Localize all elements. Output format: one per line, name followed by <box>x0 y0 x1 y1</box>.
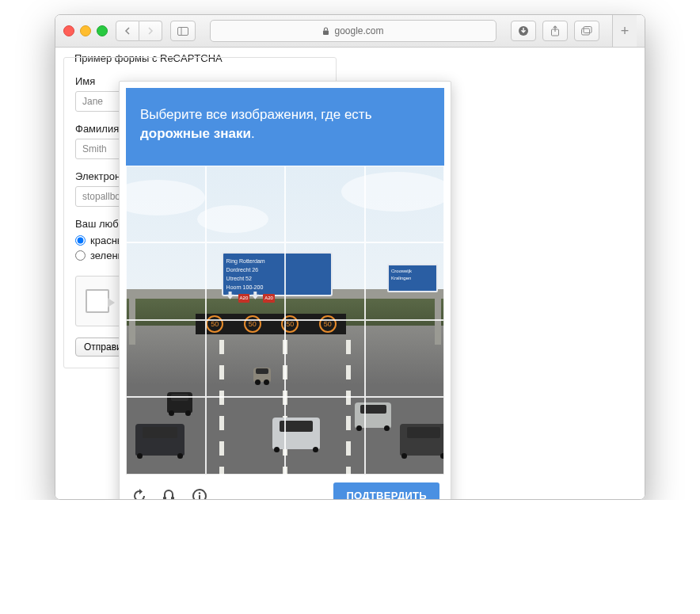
recaptcha-checkbox-icon <box>86 289 109 313</box>
captcha-instruction-suffix: . <box>251 126 255 141</box>
svg-rect-7 <box>163 497 166 500</box>
audio-icon[interactable] <box>161 487 178 500</box>
safari-window: google.com + Пример формы с ReCAPTCHA Им… <box>55 14 645 500</box>
captcha-tile[interactable] <box>206 166 286 243</box>
new-tab-button[interactable]: + <box>612 15 637 47</box>
svg-rect-11 <box>199 495 200 500</box>
captcha-tile[interactable] <box>285 242 365 320</box>
captcha-tile[interactable] <box>126 166 206 243</box>
svg-rect-8 <box>171 497 174 500</box>
forward-button[interactable] <box>139 21 162 41</box>
captcha-tile[interactable] <box>126 242 206 320</box>
captcha-tile[interactable] <box>365 166 445 243</box>
captcha-grid <box>126 166 444 475</box>
captcha-tile[interactable] <box>206 320 286 398</box>
svg-point-10 <box>199 492 201 494</box>
captcha-tile[interactable] <box>365 320 445 398</box>
captcha-tile[interactable] <box>285 397 365 475</box>
zoom-window-button[interactable] <box>97 25 108 36</box>
captcha-tile[interactable] <box>365 397 445 475</box>
toolbar-right <box>511 21 599 41</box>
recaptcha-challenge: Выберите все изображения, где есть дорож… <box>119 81 451 500</box>
window-controls <box>63 25 108 36</box>
svg-rect-5 <box>582 29 590 35</box>
close-window-button[interactable] <box>63 25 74 36</box>
confirm-button[interactable]: ПОДТВЕРДИТЬ <box>333 482 439 500</box>
address-bar[interactable]: google.com <box>210 20 496 42</box>
color-green-radio[interactable] <box>75 250 86 261</box>
captcha-tile[interactable] <box>206 397 286 475</box>
captcha-instruction-prefix: Выберите все изображения, где есть <box>140 107 372 122</box>
captcha-instruction: Выберите все изображения, где есть дорож… <box>126 88 444 166</box>
nav-group <box>116 21 162 41</box>
captcha-tile[interactable] <box>206 242 286 320</box>
svg-rect-0 <box>178 27 188 35</box>
captcha-tile[interactable] <box>126 320 206 398</box>
info-icon[interactable] <box>191 487 208 500</box>
captcha-footer: ПОДТВЕРДИТЬ <box>126 475 444 500</box>
captcha-tile[interactable] <box>285 320 365 398</box>
reload-icon[interactable] <box>131 487 148 500</box>
page-content: Пример формы с ReCAPTCHA Имя Фамилия Эле… <box>55 48 645 499</box>
captcha-tile[interactable] <box>365 242 445 320</box>
svg-rect-2 <box>323 30 329 35</box>
back-button[interactable] <box>116 21 139 41</box>
titlebar: google.com + <box>55 15 645 48</box>
color-red-radio[interactable] <box>75 235 86 246</box>
captcha-target: дорожные знаки <box>140 126 251 141</box>
captcha-tile[interactable] <box>285 166 365 243</box>
captcha-tile[interactable] <box>126 397 206 475</box>
lock-icon <box>322 27 329 36</box>
sidebar-button[interactable] <box>170 21 196 41</box>
share-button[interactable] <box>542 21 568 41</box>
captcha-image: Ring Rotterdam Dordrecht 26 Utrecht 52 H… <box>126 166 444 475</box>
minimize-window-button[interactable] <box>80 25 91 36</box>
svg-rect-6 <box>584 27 592 33</box>
downloads-button[interactable] <box>511 21 536 41</box>
address-domain: google.com <box>334 25 383 36</box>
tabs-button[interactable] <box>574 21 599 41</box>
